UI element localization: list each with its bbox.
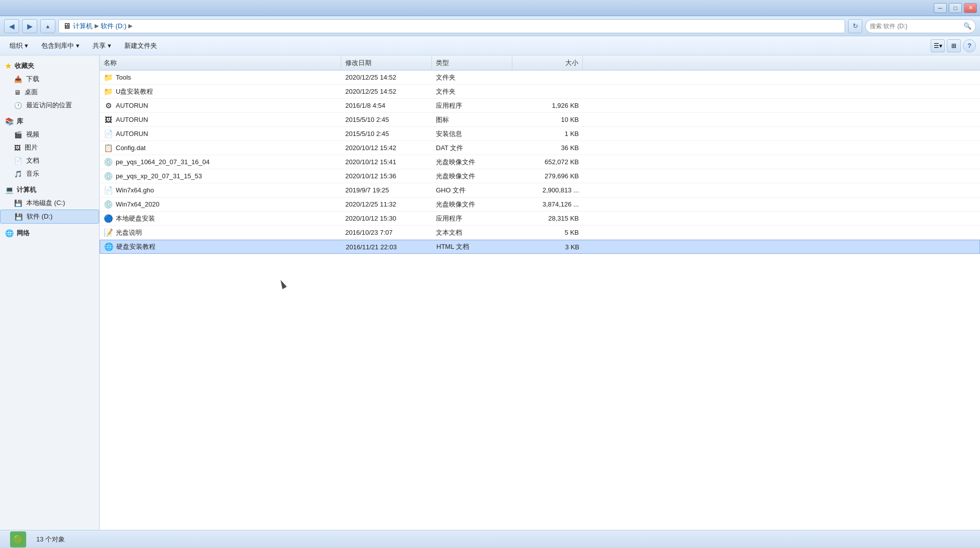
sidebar-download-label: 下载: [26, 75, 39, 84]
table-row[interactable]: 🔵 本地硬盘安装 2020/10/12 15:30 应用程序 28,315 KB: [100, 212, 980, 226]
col-header-name[interactable]: 名称: [100, 55, 341, 70]
file-icon: 💿: [104, 158, 113, 167]
file-icon: 🔵: [104, 214, 113, 223]
table-row[interactable]: 📄 Win7x64.gho 2019/9/7 19:25 GHO 文件 2,90…: [100, 183, 980, 197]
file-type-cell: HTML 文档: [432, 242, 513, 251]
title-bar: ─ □ ✕: [0, 0, 980, 16]
network-label: 网络: [17, 229, 30, 238]
sidebar-recent-label: 最近访问的位置: [26, 101, 72, 110]
file-name: AUTORUN: [116, 116, 148, 123]
sidebar-library-header[interactable]: 📚 库: [0, 115, 99, 128]
library-icon: 📚: [5, 117, 14, 125]
file-name-cell: 📋 Config.dat: [100, 144, 341, 153]
share-label: 共享: [93, 41, 106, 50]
sidebar-favorites-header[interactable]: ★ 收藏夹: [0, 59, 99, 73]
file-date-cell: 2020/12/25 11:32: [341, 200, 432, 208]
sidebar-item-d-drive[interactable]: 💾 软件 (D:): [0, 210, 99, 224]
sidebar-item-recent[interactable]: 🕐 最近访问的位置: [0, 99, 99, 112]
file-name-cell: 📝 光盘说明: [100, 228, 341, 237]
sidebar-picture-label: 图片: [25, 143, 38, 152]
file-icon: 📁: [104, 73, 113, 82]
file-name-cell: 💿 Win7x64_2020: [100, 200, 341, 209]
file-name-cell: ⚙ AUTORUN: [100, 101, 341, 110]
table-row[interactable]: ⚙ AUTORUN 2016/1/8 4:54 应用程序 1,926 KB: [100, 99, 980, 113]
table-row[interactable]: 💿 pe_yqs_xp_20_07_31_15_53 2020/10/12 15…: [100, 169, 980, 183]
sidebar-item-music[interactable]: 🎵 音乐: [0, 167, 99, 180]
sidebar-network-section: 🌐 网络: [0, 227, 99, 240]
new-folder-button[interactable]: 新建文件夹: [119, 39, 163, 53]
file-type-cell: 图标: [432, 115, 512, 124]
sidebar-item-video[interactable]: 🎬 视频: [0, 128, 99, 141]
table-row[interactable]: 💿 pe_yqs_1064_20_07_31_16_04 2020/10/12 …: [100, 155, 980, 169]
status-bar: 🟢 13 个对象: [0, 530, 980, 548]
new-folder-label: 新建文件夹: [124, 41, 157, 50]
sidebar-item-download[interactable]: 📥 下载: [0, 73, 99, 86]
table-row[interactable]: 📋 Config.dat 2020/10/12 15:42 DAT 文件 36 …: [100, 141, 980, 155]
close-button[interactable]: ✕: [964, 3, 977, 13]
table-row[interactable]: 🌐 硬盘安装教程 2016/11/21 22:03 HTML 文档 3 KB: [100, 240, 980, 254]
forward-button[interactable]: ▶: [22, 19, 37, 33]
desktop-icon: 🖥: [14, 89, 21, 96]
table-row[interactable]: 📄 AUTORUN 2015/5/10 2:45 安装信息 1 KB: [100, 127, 980, 141]
sidebar-item-document[interactable]: 📄 文档: [0, 154, 99, 167]
file-type-cell: DAT 文件: [432, 144, 512, 153]
status-count: 13 个对象: [36, 535, 65, 544]
search-input[interactable]: [870, 23, 961, 30]
file-icon: 📄: [104, 129, 113, 139]
up-button[interactable]: ▲: [40, 19, 55, 33]
file-name-cell: 📁 U盘安装教程: [100, 87, 341, 96]
minimize-button[interactable]: ─: [934, 3, 947, 13]
file-date-cell: 2020/10/12 15:41: [341, 158, 432, 166]
include-label: 包含到库中: [41, 41, 74, 50]
file-date-cell: 2020/12/25 14:52: [341, 88, 432, 95]
maximize-button[interactable]: □: [949, 3, 962, 13]
file-name: Win7x64.gho: [116, 186, 154, 194]
file-size-cell: 1,926 KB: [512, 102, 583, 109]
sidebar: ★ 收藏夹 📥 下载 🖥 桌面 🕐 最近访问的位置 📚 库: [0, 55, 100, 530]
file-name: 硬盘安装教程: [116, 242, 156, 251]
file-size-cell: 1 KB: [512, 130, 583, 138]
col-header-modified[interactable]: 修改日期: [341, 55, 432, 70]
sidebar-c-drive-label: 本地磁盘 (C:): [26, 198, 65, 208]
breadcrumb-computer[interactable]: 计算机: [73, 22, 93, 31]
sidebar-computer-header[interactable]: 💻 计算机: [0, 183, 99, 196]
search-icon: 🔍: [963, 22, 971, 30]
file-type-cell: GHO 文件: [432, 186, 512, 195]
file-size-cell: 10 KB: [512, 116, 583, 123]
table-row[interactable]: 📝 光盘说明 2016/10/23 7:07 文本文档 5 KB: [100, 226, 980, 240]
breadcrumb[interactable]: 🖥 计算机 ▶ 软件 (D:) ▶: [58, 19, 845, 33]
status-icon: 🟢: [8, 531, 28, 548]
help-button[interactable]: ?: [963, 39, 976, 52]
file-date-cell: 2020/10/12 15:42: [341, 144, 432, 152]
sidebar-item-c-drive[interactable]: 💾 本地磁盘 (C:): [0, 196, 99, 210]
sidebar-item-picture[interactable]: 🖼 图片: [0, 141, 99, 154]
d-drive-icon: 💾: [15, 213, 23, 221]
share-button[interactable]: 共享 ▾: [87, 39, 117, 53]
search-bar[interactable]: 🔍: [865, 19, 976, 33]
file-name: AUTORUN: [116, 130, 148, 138]
refresh-button[interactable]: ↻: [848, 19, 862, 33]
breadcrumb-drive[interactable]: 软件 (D:): [101, 22, 126, 31]
file-icon: 🌐: [104, 242, 113, 251]
file-area: 名称 修改日期 类型 大小 📁 Tools 2020/12/25 14:52 文…: [100, 55, 980, 530]
sidebar-network-header[interactable]: 🌐 网络: [0, 227, 99, 240]
include-library-button[interactable]: 包含到库中 ▾: [36, 39, 85, 53]
file-icon: 📁: [104, 87, 113, 96]
table-row[interactable]: 📁 U盘安装教程 2020/12/25 14:52 文件夹: [100, 85, 980, 99]
back-button[interactable]: ◀: [4, 19, 19, 33]
file-icon: 📋: [104, 144, 113, 153]
col-header-type[interactable]: 类型: [432, 55, 512, 70]
sidebar-computer-section: 💻 计算机 💾 本地磁盘 (C:) 💾 软件 (D:): [0, 183, 99, 224]
layout-button[interactable]: ⊞: [947, 39, 961, 52]
table-row[interactable]: 💿 Win7x64_2020 2020/12/25 11:32 光盘映像文件 3…: [100, 197, 980, 212]
sidebar-item-desktop[interactable]: 🖥 桌面: [0, 86, 99, 99]
file-size-cell: 3 KB: [513, 243, 583, 251]
file-date-cell: 2020/10/12 15:36: [341, 172, 432, 180]
file-size-cell: 652,072 KB: [512, 158, 583, 166]
table-row[interactable]: 🖼 AUTORUN 2015/5/10 2:45 图标 10 KB: [100, 113, 980, 127]
table-row[interactable]: 📁 Tools 2020/12/25 14:52 文件夹: [100, 71, 980, 85]
view-button[interactable]: ☰▾: [931, 39, 945, 52]
organize-button[interactable]: 组织 ▾: [4, 39, 34, 53]
col-header-size[interactable]: 大小: [512, 55, 583, 70]
file-name: pe_yqs_1064_20_07_31_16_04: [116, 158, 210, 166]
